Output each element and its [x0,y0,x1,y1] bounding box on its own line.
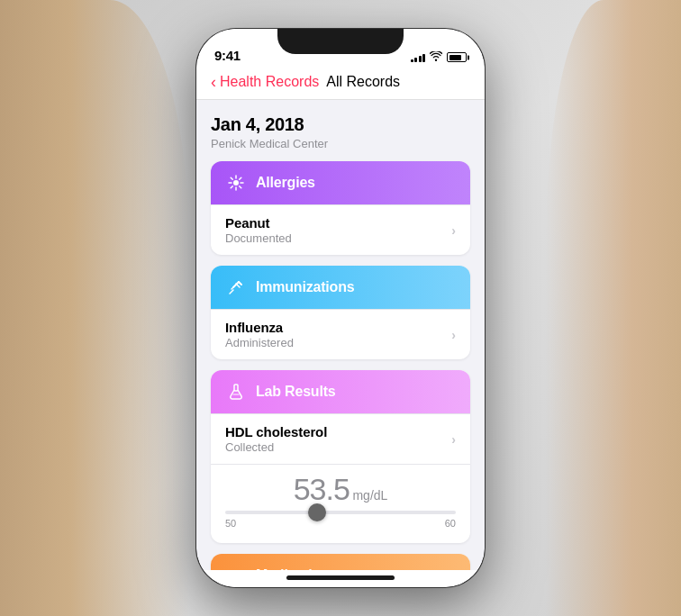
allergies-section: Allergies Peanut Documented › [211,161,470,255]
immunizations-header: Immunizations [211,266,470,309]
allergies-header: Allergies [211,161,470,204]
medications-section: Medications Albuterol HFA 90mcg Prescrib… [211,554,470,570]
svg-line-7 [240,177,241,179]
range-labels: 50 60 [225,518,456,529]
hand-left [0,0,189,616]
lab-item-hdl[interactable]: HDL cholesterol Collected › [211,413,470,464]
range-min-label: 50 [225,518,236,529]
range-max-label: 60 [445,518,456,529]
nav-title: All Records [326,74,400,90]
lab-value-container: 53.5 mg/dL 50 60 [211,464,470,543]
status-time: 9:41 [214,48,241,63]
svg-line-11 [232,287,233,289]
immunization-status: Administered [225,336,444,349]
immunizations-title: Immunizations [256,279,354,295]
wifi-icon [430,51,442,63]
immunization-name: Influenza [225,320,444,335]
svg-line-13 [236,284,240,287]
svg-line-6 [240,186,241,188]
back-label: Health Records [220,74,319,90]
chevron-right-icon: › [451,328,456,342]
svg-line-5 [231,177,232,179]
nav-bar: ‹ Health Records All Records [196,68,485,100]
medications-header: Medications [211,554,470,570]
scene: 9:41 [0,0,681,616]
content-area[interactable]: Jan 4, 2018 Penick Medical Center [196,100,485,570]
hand-right [546,0,681,616]
lab-test-status: Collected [225,440,444,454]
svg-line-12 [230,290,233,294]
range-thumb [308,503,326,521]
date-header: Jan 4, 2018 Penick Medical Center [196,114,485,161]
status-icons [411,51,468,63]
chevron-right-icon: › [451,432,456,447]
lab-results-header: Lab Results [211,370,470,413]
lab-results-section: Lab Results HDL cholesterol Collected › … [211,370,470,543]
home-bar [286,575,395,580]
immunization-item-influenza[interactable]: Influenza Administered › [211,309,470,359]
institution-name: Penick Medical Center [211,137,470,150]
svg-line-8 [231,186,232,188]
lab-value-unit: mg/dL [352,488,387,503]
svg-rect-14 [234,385,238,391]
signal-bars-icon [411,52,426,62]
phone-body: 9:41 [196,29,485,587]
home-indicator [196,570,485,587]
battery-icon [447,52,467,62]
chevron-right-icon: › [451,223,456,238]
back-chevron-icon: ‹ [211,74,216,90]
range-slider: 50 60 [225,511,456,529]
notch [277,29,404,54]
screen: 9:41 [196,29,485,587]
back-button[interactable]: ‹ Health Records All Records [211,74,470,90]
allergies-icon [225,172,247,194]
allergy-status: Documented [225,231,444,245]
allergy-name: Peanut [225,215,444,231]
immunizations-section: Immunizations Influenza Administered › [211,266,470,359]
immunizations-icon [225,276,247,298]
lab-value-number: 53.5 [294,472,350,506]
record-date: Jan 4, 2018 [211,114,470,135]
lab-results-icon [225,381,247,403]
lab-results-title: Lab Results [256,384,336,400]
allergies-title: Allergies [256,175,315,191]
lab-test-name: HDL cholesterol [225,424,444,439]
svg-point-0 [233,180,239,186]
allergy-item-peanut[interactable]: Peanut Documented › [211,204,470,255]
